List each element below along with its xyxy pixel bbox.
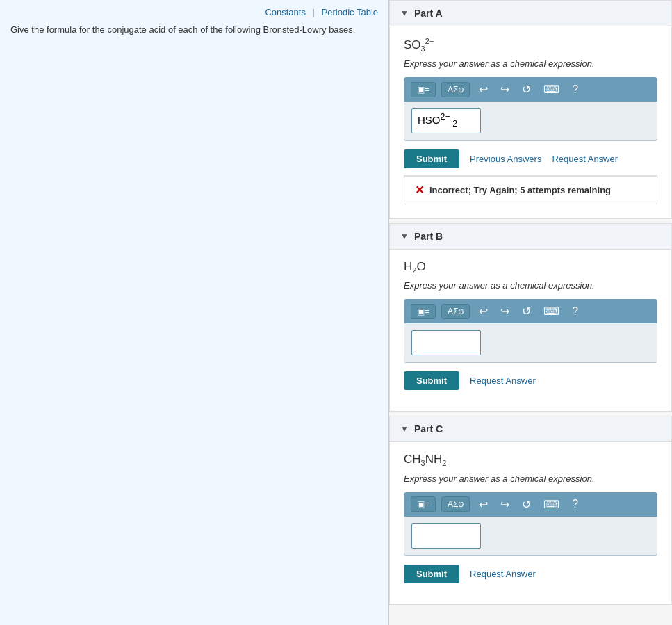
part-b-submit-row: Submit Request Answer	[404, 371, 657, 390]
part-c-help-button[interactable]: ?	[568, 496, 582, 512]
part-b-symbols-button[interactable]: ΑΣφ	[441, 304, 470, 319]
part-a-submit-button[interactable]: Submit	[404, 149, 459, 168]
part-b-label: Part B	[414, 231, 443, 242]
part-c-symbols-button[interactable]: ΑΣφ	[441, 496, 470, 512]
part-a-error-box: ✕ Incorrect; Try Again; 5 attempts remai…	[404, 175, 657, 204]
part-b-input[interactable]	[411, 330, 481, 355]
part-a-answer-display[interactable]: HSO2− 2	[411, 108, 481, 133]
part-a-toolbar: ▣= ΑΣφ ↩ ↪ ↺ ⌨ ?	[404, 77, 657, 102]
part-a-template-button[interactable]: ▣=	[411, 82, 436, 97]
part-c-template-button[interactable]: ▣=	[411, 496, 436, 512]
part-a-body: SO32− Express your answer as a chemical …	[390, 26, 671, 218]
part-a-undo-button[interactable]: ↩	[475, 81, 491, 97]
part-b-reset-button[interactable]: ↺	[518, 303, 534, 319]
part-a-request-answer-link[interactable]: Request Answer	[552, 154, 618, 164]
part-b-header[interactable]: ▼ Part B	[390, 224, 671, 250]
part-a-submit-row: Submit Previous Answers Request Answer	[404, 149, 657, 168]
part-b-express-label: Express your answer as a chemical expres…	[404, 280, 657, 291]
part-a-reset-button[interactable]: ↺	[518, 81, 534, 97]
part-b-template-button[interactable]: ▣=	[411, 304, 436, 319]
part-c-undo-button[interactable]: ↩	[475, 496, 491, 512]
part-a-symbols-label: ΑΣφ	[448, 85, 464, 95]
part-a-redo-button[interactable]: ↪	[497, 81, 513, 97]
part-b-chevron-icon: ▼	[400, 232, 409, 241]
part-b-redo-button[interactable]: ↪	[497, 303, 513, 319]
part-a-header[interactable]: ▼ Part A	[390, 1, 671, 26]
part-c-formula: CH3NH2	[404, 453, 657, 467]
part-b-formula: H2O	[404, 260, 657, 275]
right-panel: ▼ Part A SO32− Express your answer as a …	[389, 0, 672, 625]
part-b-undo-button[interactable]: ↩	[475, 303, 491, 319]
part-a-formula: SO32−	[404, 37, 657, 53]
constants-link[interactable]: Constants	[265, 7, 306, 17]
part-b-keyboard-button[interactable]: ⌨	[540, 303, 563, 319]
part-a-help-button[interactable]: ?	[568, 82, 582, 97]
part-c-toolbar: ▣= ΑΣφ ↩ ↪ ↺ ⌨ ?	[404, 492, 657, 517]
left-panel: Constants | Periodic Table Give the form…	[0, 0, 389, 625]
part-c-redo-button[interactable]: ↪	[497, 496, 513, 512]
part-c-section: ▼ Part C CH3NH2 Express your answer as a…	[389, 416, 672, 604]
part-b-input-container	[404, 323, 657, 363]
part-b-request-answer-link[interactable]: Request Answer	[470, 375, 536, 386]
part-c-header[interactable]: ▼ Part C	[390, 416, 671, 442]
part-b-section: ▼ Part B H2O Express your answer as a ch…	[389, 223, 672, 412]
part-a-label: Part A	[414, 8, 443, 19]
part-c-body: CH3NH2 Express your answer as a chemical…	[390, 442, 671, 603]
part-a-express-label: Express your answer as a chemical expres…	[404, 58, 657, 69]
periodic-table-link[interactable]: Periodic Table	[322, 7, 378, 17]
part-a-symbols-button[interactable]: ΑΣφ	[441, 82, 470, 97]
part-b-body: H2O Express your answer as a chemical ex…	[390, 250, 671, 411]
part-c-submit-button[interactable]: Submit	[404, 565, 459, 583]
part-c-submit-row: Submit Request Answer	[404, 565, 657, 583]
part-c-request-answer-link[interactable]: Request Answer	[470, 569, 536, 579]
part-b-submit-button[interactable]: Submit	[404, 371, 459, 390]
part-a-previous-answers-link[interactable]: Previous Answers	[470, 154, 541, 164]
part-a-error-text: Incorrect; Try Again; 5 attempts remaini…	[429, 185, 611, 195]
part-c-input-container	[404, 517, 657, 556]
part-a-error-icon: ✕	[415, 184, 424, 197]
part-c-symbols-label: ΑΣφ	[448, 499, 464, 509]
part-a-input-container: HSO2− 2	[404, 102, 657, 141]
link-separator: |	[313, 7, 315, 17]
part-a-template-icon: ▣=	[417, 85, 429, 95]
part-b-toolbar: ▣= ΑΣφ ↩ ↪ ↺ ⌨ ?	[404, 299, 657, 323]
part-c-template-icon: ▣=	[417, 499, 429, 509]
part-a-chevron-icon: ▼	[400, 8, 409, 18]
part-c-input[interactable]	[411, 523, 481, 549]
part-b-help-button[interactable]: ?	[568, 304, 582, 319]
part-c-express-label: Express your answer as a chemical expres…	[404, 473, 657, 484]
part-c-reset-button[interactable]: ↺	[518, 496, 534, 512]
part-a-keyboard-button[interactable]: ⌨	[540, 81, 563, 97]
links-row: Constants | Periodic Table	[10, 7, 378, 17]
part-a-section: ▼ Part A SO32− Express your answer as a …	[389, 0, 672, 219]
part-b-symbols-label: ΑΣφ	[448, 307, 464, 316]
question-text: Give the formula for the conjugate acid …	[10, 23, 378, 37]
part-b-template-icon: ▣=	[417, 307, 429, 316]
part-c-keyboard-button[interactable]: ⌨	[540, 496, 563, 512]
part-c-chevron-icon: ▼	[400, 424, 409, 434]
part-c-label: Part C	[414, 423, 443, 435]
